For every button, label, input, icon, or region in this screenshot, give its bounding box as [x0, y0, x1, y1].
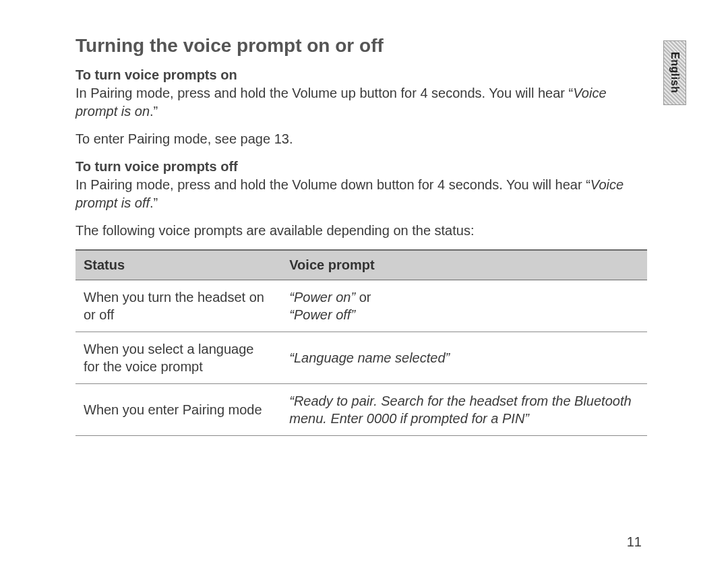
cell-status: When you enter Pairing mode — [75, 384, 281, 436]
cell-voice: “Ready to pair. Search for the headset f… — [281, 384, 647, 436]
para-off: In Pairing mode, press and hold the Volu… — [75, 176, 647, 212]
para-off-a: In Pairing mode, press and hold the Volu… — [75, 177, 590, 192]
subheading-off: To turn voice prompts off — [75, 159, 647, 175]
voice-phrase-a: “Power on” — [289, 290, 355, 305]
section-title: Turning the voice prompt on or off — [75, 35, 647, 57]
language-tab: English — [663, 40, 686, 105]
th-status: Status — [75, 250, 281, 280]
table-row: When you enter Pairing mode “Ready to pa… — [75, 384, 647, 436]
table-row: When you select a language for the voice… — [75, 332, 647, 384]
cell-voice: “Language name selected” — [281, 332, 647, 384]
table-header-row: Status Voice prompt — [75, 250, 647, 280]
voice-joiner: or — [355, 290, 371, 305]
th-voice: Voice prompt — [281, 250, 647, 280]
para-on-a: In Pairing mode, press and hold the Volu… — [75, 86, 573, 100]
para-on-b: .” — [150, 104, 158, 119]
cell-status: When you select a language for the voice… — [75, 332, 281, 384]
table-intro: The following voice prompts are availabl… — [75, 222, 647, 240]
para-off-b: .” — [150, 195, 158, 210]
cell-voice: “Power on” or “Power off” — [281, 280, 647, 332]
para-on: In Pairing mode, press and hold the Volu… — [75, 84, 647, 121]
manual-page: English Turning the voice prompt on or o… — [0, 0, 728, 566]
voice-prompt-table: Status Voice prompt When you turn the he… — [75, 249, 647, 436]
page-number: 11 — [627, 534, 642, 550]
para-on-ref: To enter Pairing mode, see page 13. — [75, 130, 647, 148]
subheading-on: To turn voice prompts on — [75, 67, 647, 83]
language-tab-label: English — [669, 52, 681, 93]
table-row: When you turn the headset on or off “Pow… — [75, 280, 647, 332]
voice-phrase-b: “Power off” — [289, 307, 355, 322]
cell-status: When you turn the headset on or off — [75, 280, 281, 332]
